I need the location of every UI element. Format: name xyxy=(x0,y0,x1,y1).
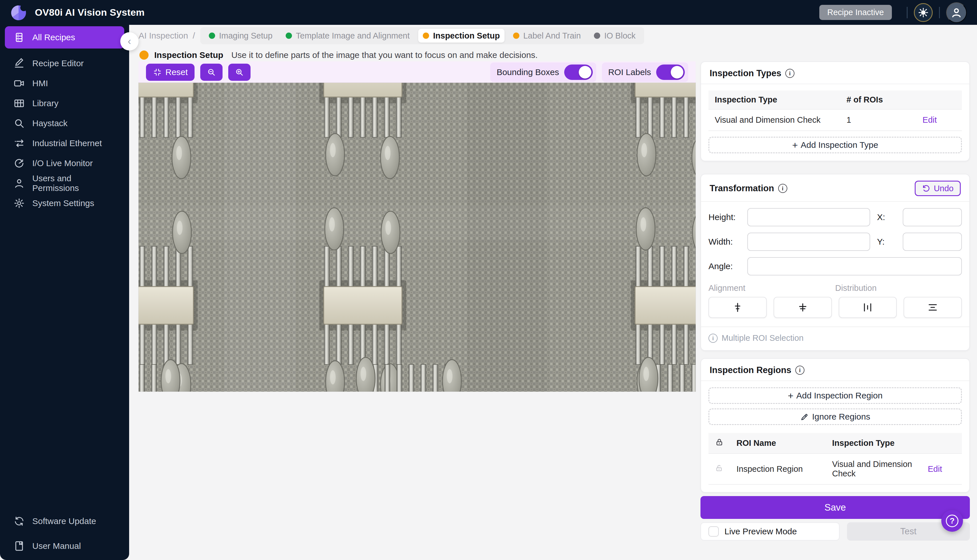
video-camera-icon xyxy=(13,78,25,89)
sidebar-item-haystack[interactable]: Haystack xyxy=(5,113,124,133)
bounding-boxes-toggle[interactable] xyxy=(564,65,593,80)
bounding-boxes-label: Bounding Boxes xyxy=(497,67,559,77)
question-mark-icon: ? xyxy=(946,515,959,527)
recipe-status-badge: Recipe Inactive xyxy=(819,5,892,20)
step-status-dot xyxy=(513,33,519,39)
person-icon xyxy=(13,178,25,189)
roi-labels-toggle[interactable] xyxy=(656,65,685,80)
sidebar-item-recipe-editor[interactable]: Recipe Editor xyxy=(5,53,124,73)
distribute-horizontal-button[interactable] xyxy=(839,297,897,318)
inspection-regions-title: Inspection Regions i xyxy=(709,365,805,375)
step-template-image-alignment[interactable]: Template Image and Alignment xyxy=(281,29,414,43)
recipes-stack-icon xyxy=(13,32,25,43)
add-inspection-type-button[interactable]: + Add Inspection Type xyxy=(708,137,962,153)
column-header: Inspection Type xyxy=(708,90,840,109)
ignore-regions-button[interactable]: Ignore Regions xyxy=(708,408,962,425)
step-io-block[interactable]: IO Block xyxy=(589,29,640,43)
undo-icon xyxy=(922,184,930,193)
breadcrumb: AI Inspection / Imaging Setup Template I… xyxy=(139,27,644,44)
sidebar-item-users-permissions[interactable]: Users and Permissions xyxy=(5,173,124,193)
step-inspection-setup[interactable]: Inspection Setup xyxy=(418,29,505,43)
theme-toggle-button[interactable] xyxy=(914,3,933,22)
main-content: AI Inspection / Imaging Setup Template I… xyxy=(129,25,977,560)
inspection-regions-table: ROI Name Inspection Type xyxy=(708,433,962,485)
add-inspection-region-button[interactable]: + Add Inspection Region xyxy=(708,387,962,404)
sidebar-item-label: HMI xyxy=(32,78,48,88)
user-avatar-button[interactable] xyxy=(946,2,967,23)
step-name: Inspection Setup xyxy=(154,50,223,60)
width-input[interactable] xyxy=(747,233,870,251)
undo-button[interactable]: Undo xyxy=(915,181,961,196)
step-description: Use it to define parts of the image that… xyxy=(231,50,538,60)
info-icon[interactable]: i xyxy=(785,69,795,78)
breadcrumb-separator: / xyxy=(192,31,195,40)
right-panel: Inspection Types i Inspection Type # of … xyxy=(701,62,970,541)
step-info: Inspection Setup Use it to define parts … xyxy=(139,48,538,63)
step-label-and-train[interactable]: Label And Train xyxy=(509,29,586,43)
align-horizontal-center-icon xyxy=(732,302,743,313)
inspection-regions-card: Inspection Regions i + Add Inspection Re… xyxy=(701,358,970,493)
sidebar-item-software-update[interactable]: Software Update xyxy=(5,511,124,531)
chevron-left-icon: ‹ xyxy=(128,35,131,47)
save-button[interactable]: Save xyxy=(701,496,970,519)
sidebar-collapse-button[interactable]: ‹ xyxy=(120,32,139,50)
sun-icon xyxy=(918,7,929,18)
table-row: Visual and Dimension Check 1 Edit xyxy=(708,109,962,131)
app-title: OV80i AI Vision System xyxy=(35,7,145,18)
header-divider xyxy=(939,7,940,18)
sidebar-item-system-settings[interactable]: System Settings xyxy=(5,193,124,213)
sidebar-item-hmi[interactable]: HMI xyxy=(5,73,124,93)
transformation-card: Transformation i Undo Height: xyxy=(701,174,970,351)
info-icon: i xyxy=(708,334,718,343)
sidebar-item-label: Library xyxy=(32,98,59,108)
lock-icon[interactable] xyxy=(715,438,724,447)
pen-icon xyxy=(800,412,809,421)
workflow-steps: Imaging Setup Template Image and Alignme… xyxy=(200,27,644,44)
angle-input[interactable] xyxy=(747,257,962,275)
sidebar-item-io-live-monitor[interactable]: I/O Live Monitor xyxy=(5,153,124,173)
gear-icon xyxy=(13,198,25,209)
edit-region-link[interactable]: Edit xyxy=(928,464,942,473)
edit-inspection-type-link[interactable]: Edit xyxy=(922,115,937,125)
breadcrumb-root-link[interactable]: AI Inspection xyxy=(139,31,188,40)
zoom-in-button[interactable] xyxy=(228,63,251,81)
gauge-icon xyxy=(13,158,25,169)
x-input[interactable] xyxy=(903,208,962,226)
table-grid-icon xyxy=(13,98,25,109)
unlock-icon[interactable] xyxy=(715,464,723,472)
live-preview-checkbox[interactable] xyxy=(708,526,719,537)
sidebar-item-label: User Manual xyxy=(32,541,81,551)
live-preview-label: Live Preview Mode xyxy=(724,527,797,536)
app-root: OV80i AI Vision System Recipe Inactive xyxy=(0,0,977,560)
reset-view-button[interactable]: Reset xyxy=(146,63,194,81)
roi-labels-label: ROI Labels xyxy=(608,67,651,77)
column-header: # of ROIs xyxy=(840,90,916,109)
sidebar-item-library[interactable]: Library xyxy=(5,93,124,113)
inspection-image-canvas[interactable] xyxy=(139,83,696,392)
distribute-horizontal-icon xyxy=(862,302,873,313)
roi-name-cell: Inspection Region xyxy=(730,453,826,484)
inspection-types-card: Inspection Types i Inspection Type # of … xyxy=(701,62,970,161)
alignment-label: Alignment xyxy=(708,283,835,293)
step-status-dot xyxy=(594,33,600,39)
roi-count-cell: 1 xyxy=(840,109,916,131)
search-icon xyxy=(13,118,25,129)
info-icon[interactable]: i xyxy=(778,184,787,193)
y-input[interactable] xyxy=(903,233,962,251)
align-horizontal-center-button[interactable] xyxy=(708,297,767,318)
sidebar-item-industrial-ethernet[interactable]: Industrial Ethernet xyxy=(5,133,124,153)
sidebar-item-all-recipes[interactable]: All Recipes xyxy=(5,26,124,48)
height-input[interactable] xyxy=(747,208,870,226)
zoom-out-button[interactable] xyxy=(200,63,223,81)
align-vertical-center-button[interactable] xyxy=(774,297,832,318)
pencil-icon xyxy=(13,58,25,69)
sidebar-item-label: Users and Permissions xyxy=(32,173,116,193)
canvas-toolbar: Reset Bounding Boxes xyxy=(139,62,696,83)
step-imaging-setup[interactable]: Imaging Setup xyxy=(204,29,277,43)
help-button[interactable]: ? xyxy=(941,510,963,532)
multiple-roi-selection-note: i Multiple ROI Selection xyxy=(708,333,962,343)
distribute-vertical-button[interactable] xyxy=(903,297,962,318)
info-icon[interactable]: i xyxy=(795,366,805,375)
sidebar-item-user-manual[interactable]: User Manual xyxy=(5,536,124,556)
refresh-icon xyxy=(13,515,25,527)
